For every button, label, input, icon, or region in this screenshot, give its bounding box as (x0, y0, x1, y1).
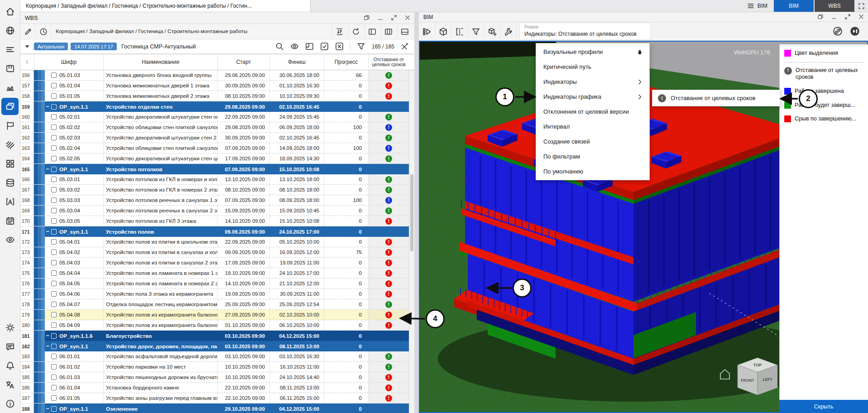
close-button[interactable] (858, 14, 864, 20)
indicator-icon[interactable]: ! (385, 395, 392, 402)
indicator-icon[interactable]: ! (385, 301, 392, 308)
indicator-icon[interactable]: ! (385, 93, 392, 100)
indicator-icon[interactable]: ! (385, 218, 392, 225)
indicator-icon[interactable]: ! (385, 353, 392, 360)
table-row[interactable]: 18706.01.05Устройство зоны разгрузки пер… (20, 393, 409, 403)
sidebar-item-database[interactable] (1, 174, 19, 191)
filter-button[interactable] (357, 42, 365, 51)
tab-wbs[interactable]: WBS (815, 0, 854, 12)
table-row[interactable]: 16805.03.03Устройство потолков реечных в… (20, 195, 409, 206)
menu-item-9[interactable]: По умолчанию (536, 164, 649, 179)
row-checkbox[interactable] (51, 93, 57, 99)
indicator-icon[interactable]: ! (385, 322, 392, 329)
row-checkbox[interactable] (51, 302, 57, 307)
funnel-button[interactable] (468, 22, 484, 41)
playpause-button[interactable] (850, 26, 860, 36)
row-checkbox[interactable] (51, 145, 57, 151)
x-square-button[interactable] (335, 42, 344, 51)
indicator-icon[interactable]: ! (385, 384, 392, 391)
row-checkbox[interactable] (51, 114, 57, 120)
vertical-scrollbar[interactable] (409, 70, 414, 413)
table-row[interactable]: 15805.01.05Установка межкомнатных дверей… (20, 91, 409, 101)
sidebar-item-hatch[interactable] (1, 136, 19, 153)
breadcrumb-tab[interactable]: Корпорация / Западный филиал / Гостиница… (20, 0, 311, 12)
navigation-cube[interactable]: TOP FRONT LEFT (710, 353, 786, 410)
row-checkbox[interactable] (51, 229, 57, 235)
table-row[interactable]: 181−OP_syn.1.1.6Благоустройство03.10.202… (20, 331, 409, 341)
row-checkbox[interactable] (51, 364, 57, 370)
menu-item-6[interactable]: Интервал (536, 119, 649, 134)
table-row[interactable]: 16605.03.01Устройство потолков из ГКЛ в … (20, 174, 409, 185)
indicator-icon[interactable]: ! (385, 207, 392, 214)
row-checkbox[interactable] (51, 72, 57, 78)
indicator-icon[interactable]: ! (385, 82, 392, 89)
row-checkbox[interactable] (51, 270, 57, 276)
collapse-toggle[interactable]: − (45, 341, 50, 351)
row-checkbox[interactable] (51, 291, 57, 297)
menu-item-5[interactable]: Отклонения от целевой версии (536, 104, 649, 119)
collapse-toggle[interactable]: − (45, 331, 50, 341)
minimize-button[interactable] (377, 14, 384, 21)
chevron-down-icon[interactable] (25, 45, 29, 48)
row-checkbox[interactable] (51, 260, 57, 265)
maximize-button[interactable] (390, 14, 397, 21)
fullscreen-button[interactable] (854, 0, 868, 12)
cube-plus-button[interactable] (484, 22, 500, 41)
panels-expand-button[interactable] (419, 22, 435, 41)
table-row[interactable]: 17705.04.06Устройство пола 3 этажа из ке… (20, 289, 409, 299)
table-row[interactable]: 182−OP_syn.1.1Устройство дорог, дорожек,… (20, 341, 409, 351)
table-row[interactable]: 18306.01.01Устройство асфальтовой подъез… (20, 351, 409, 362)
indicator-icon[interactable]: ! (385, 124, 392, 131)
table-row[interactable]: 18606.01.04Установка бордюрного камня22.… (20, 383, 409, 393)
tab-bim[interactable]: BIM (774, 0, 814, 12)
indicator-icon[interactable]: ! (385, 72, 392, 79)
table-row[interactable]: 16205.02.03Устройство декоративной штука… (20, 133, 409, 143)
column-header-lag[interactable]: Отставание от целевых сроков (368, 54, 409, 70)
hide-legend-button[interactable]: Скрыть (779, 400, 868, 413)
submenu-item-lag[interactable]: ! Отставание от целевых сроков (652, 90, 781, 106)
sidebar-item-menu-lines[interactable] (1, 41, 19, 58)
row-checkbox[interactable] (51, 218, 57, 224)
layout-bottom-button[interactable] (397, 24, 412, 39)
row-checkbox[interactable] (51, 406, 57, 412)
sidebar-item-grid[interactable] (1, 155, 19, 172)
menu-item-2[interactable]: Критический путь (536, 59, 649, 74)
menu-item-8[interactable]: По фильтрам (536, 149, 649, 164)
refresh-button[interactable] (348, 24, 363, 39)
row-checkbox[interactable] (51, 187, 57, 192)
row-checkbox[interactable] (51, 197, 57, 203)
indicator-icon[interactable]: ! (385, 239, 392, 245)
table-row[interactable]: 17505.04.04Устройство полов из ламината … (20, 268, 409, 279)
sidebar-item-eye[interactable] (1, 231, 19, 248)
table-row[interactable]: 16005.02.01Устройство декоративной штука… (20, 112, 409, 122)
table-row[interactable]: 17005.03.05Устройство потолков из ГКЛ 3 … (20, 216, 409, 226)
collapse-column-button[interactable] (20, 54, 34, 70)
row-checkbox[interactable] (51, 135, 57, 140)
row-checkbox[interactable] (51, 375, 57, 380)
search-button[interactable] (275, 42, 284, 51)
sidebar-item-layers[interactable] (1, 98, 19, 115)
indicator-icon[interactable]: ! (385, 291, 392, 298)
link-button[interactable] (833, 26, 843, 36)
restore-button[interactable] (817, 14, 824, 20)
cube-button[interactable] (435, 22, 451, 41)
sidebar-item-bell[interactable] (1, 357, 19, 374)
board-button[interactable] (305, 42, 314, 51)
indicator-icon[interactable]: ! (385, 134, 392, 141)
row-checkbox[interactable] (51, 167, 57, 172)
sidebar-item-comment[interactable] (1, 338, 19, 355)
table-row[interactable]: 18005.04.09Устройство полов из керамогра… (20, 320, 409, 331)
layout-center-button[interactable] (381, 24, 395, 39)
restore-button[interactable] (363, 14, 370, 21)
indicator-icon[interactable]: ! (385, 197, 392, 204)
row-checkbox[interactable] (51, 83, 57, 88)
menu-item-7[interactable]: Создание связей (536, 134, 649, 149)
indicator-icon[interactable]: ! (385, 176, 392, 183)
indicator-icon[interactable]: ! (385, 155, 392, 162)
row-checkbox[interactable] (51, 395, 57, 401)
table-row[interactable]: 17405.04.03Устройство полов из плитки в … (20, 258, 409, 268)
indicator-icon[interactable]: ! (385, 259, 392, 266)
table-row[interactable]: 17305.04.02Устройство полов из плитки в … (20, 247, 409, 258)
indicator-icon[interactable]: ! (385, 280, 392, 287)
table-row[interactable]: 15605.01.03Установка дверного блока вход… (20, 70, 409, 81)
